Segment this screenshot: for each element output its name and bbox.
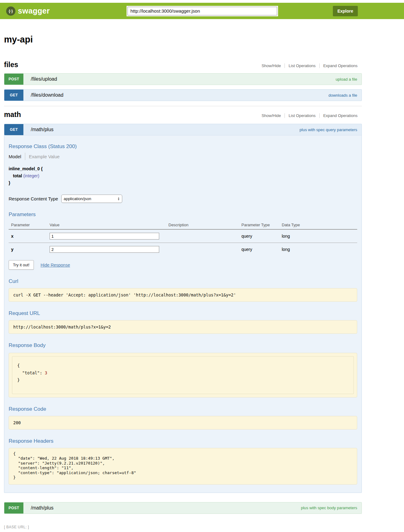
response-headers-json: { "date": "Wed, 22 Aug 2018 18:49:13 GMT… xyxy=(13,451,353,480)
operation-summary[interactable]: upload a file xyxy=(336,77,357,82)
show-hide-link[interactable]: Show/Hide xyxy=(258,63,285,68)
parameters-header-row: Parameter Value Description Parameter Ty… xyxy=(9,221,357,229)
method-badge-post: POST xyxy=(4,502,23,514)
operation-row-files-upload[interactable]: POST /files/upload upload a file xyxy=(4,73,362,85)
operation-path[interactable]: /math/plus xyxy=(31,505,54,511)
method-badge-get: GET xyxy=(4,90,23,101)
col-data-type: Data Type xyxy=(279,221,357,229)
parameter-value-input-y[interactable] xyxy=(50,246,159,253)
explore-button[interactable]: Explore xyxy=(333,6,358,16)
swagger-logo-icon: {-} xyxy=(6,6,15,16)
tab-model[interactable]: Model xyxy=(9,154,21,159)
model-property: total (integer) xyxy=(13,173,357,178)
parameter-name: x xyxy=(9,229,47,243)
topbar: {-} swagger Explore xyxy=(0,3,404,19)
response-headers-box: { "date": "Wed, 22 Aug 2018 18:49:13 GMT… xyxy=(9,448,357,485)
parameter-data-type: long xyxy=(279,243,357,256)
operation-summary[interactable]: downloads a file xyxy=(329,93,357,98)
resource-title-math[interactable]: math xyxy=(4,111,21,119)
try-row: Try it out! Hide Response xyxy=(9,260,357,270)
parameter-description xyxy=(166,229,239,243)
response-content-type-row: Response Content Type application/json xyxy=(9,195,357,203)
resource-math: math Show/Hide List Operations Expand Op… xyxy=(4,111,362,514)
response-code-value: 200 xyxy=(9,416,357,429)
parameter-description xyxy=(166,243,239,256)
request-url-value: http://localhost:3000/math/plus?x=1&y=2 xyxy=(9,320,357,334)
select-arrows-icon xyxy=(118,197,120,201)
try-it-out-button[interactable]: Try it out! xyxy=(9,260,34,270)
expand-operations-link[interactable]: Expand Operations xyxy=(319,113,358,118)
resource-files-head: files Show/Hide List Operations Expand O… xyxy=(4,61,362,69)
model-open: inline_model_0 { xyxy=(9,166,357,171)
response-code-heading: Response Code xyxy=(9,406,357,412)
list-operations-link[interactable]: List Operations xyxy=(285,63,319,68)
parameters-table: Parameter Value Description Parameter Ty… xyxy=(9,221,357,256)
resource-math-controls: Show/Hide List Operations Expand Operati… xyxy=(258,113,358,118)
resource-math-head: math Show/Hide List Operations Expand Op… xyxy=(4,111,362,119)
resource-files: files Show/Hide List Operations Expand O… xyxy=(4,61,362,101)
operation-detail: Response Class (Status 200) Model Exampl… xyxy=(4,143,362,493)
response-body-json: { "total": 3 } xyxy=(12,356,354,394)
expand-operations-link[interactable]: Expand Operations xyxy=(319,63,358,68)
request-url-heading: Request URL xyxy=(9,310,357,316)
model-property-name: total xyxy=(13,173,22,178)
operation-row-math-plus-get[interactable]: GET /math/plus plus with spec query para… xyxy=(4,124,362,135)
col-parameter-type: Parameter Type xyxy=(239,221,279,229)
curl-heading: Curl xyxy=(9,278,357,284)
response-content-type-select[interactable]: application/json xyxy=(61,195,122,203)
swagger-logo-text: swagger xyxy=(18,6,50,15)
model-close: } xyxy=(9,180,357,185)
parameter-type: query xyxy=(239,229,279,243)
selected-content-type: application/json xyxy=(64,196,91,201)
response-body-heading: Response Body xyxy=(9,342,357,349)
parameter-row-y: y query long xyxy=(9,243,357,256)
resource-title-files[interactable]: files xyxy=(4,61,18,69)
parameter-row-x: x query long xyxy=(9,229,357,243)
parameter-value-input-x[interactable] xyxy=(50,233,159,240)
response-content-type-label: Response Content Type xyxy=(9,196,58,201)
tab-separator xyxy=(25,153,25,160)
col-value: Value xyxy=(47,221,166,229)
section-divider xyxy=(4,106,362,106)
method-badge-get: GET xyxy=(4,124,23,135)
spec-url-input[interactable] xyxy=(127,7,277,15)
col-parameter: Parameter xyxy=(9,221,47,229)
operation-path[interactable]: /files/download xyxy=(31,92,63,98)
parameter-name: y xyxy=(9,243,47,256)
operation-row-math-plus-post[interactable]: POST /math/plus plus with spec body para… xyxy=(4,502,362,514)
operation-path[interactable]: /math/plus xyxy=(31,127,54,132)
list-operations-link[interactable]: List Operations xyxy=(285,113,319,118)
curl-command: curl -X GET --header 'Accept: applicatio… xyxy=(9,288,357,302)
response-class-heading: Response Class (Status 200) xyxy=(9,143,357,150)
resource-files-controls: Show/Hide List Operations Expand Operati… xyxy=(258,63,358,68)
response-headers-heading: Response Headers xyxy=(9,438,357,444)
json-open-brace: { xyxy=(17,362,349,369)
base-url-label: [ BASE URL: ] xyxy=(4,525,362,529)
operation-summary[interactable]: plus with spec body parameters xyxy=(301,506,357,510)
operation-path[interactable]: /files/upload xyxy=(31,76,57,82)
main-content: my-api files Show/Hide List Operations E… xyxy=(4,34,362,529)
json-close-brace: } xyxy=(17,377,349,384)
response-body-box: { "total": 3 } xyxy=(9,353,357,397)
model-property-type: (integer) xyxy=(23,173,39,178)
swagger-logo[interactable]: {-} swagger xyxy=(6,6,50,16)
method-badge-post: POST xyxy=(4,74,23,85)
parameter-type: query xyxy=(239,243,279,256)
parameter-data-type: long xyxy=(279,229,357,243)
model-tabs: Model Example Value xyxy=(9,153,357,160)
col-description: Description xyxy=(166,221,239,229)
page-title: my-api xyxy=(4,34,362,45)
parameters-heading: Parameters xyxy=(9,212,357,218)
operation-summary[interactable]: plus with spec query parameters xyxy=(300,127,357,132)
json-total-line: "total": 3 xyxy=(17,369,349,377)
model-signature: inline_model_0 { total (integer) } xyxy=(9,166,357,185)
operation-row-files-download[interactable]: GET /files/download downloads a file xyxy=(4,89,362,101)
show-hide-link[interactable]: Show/Hide xyxy=(258,113,285,118)
tab-example-value[interactable]: Example Value xyxy=(29,154,60,159)
hide-response-link[interactable]: Hide Response xyxy=(41,263,70,268)
operation-expanded-math-plus: GET /math/plus plus with spec query para… xyxy=(4,124,362,493)
